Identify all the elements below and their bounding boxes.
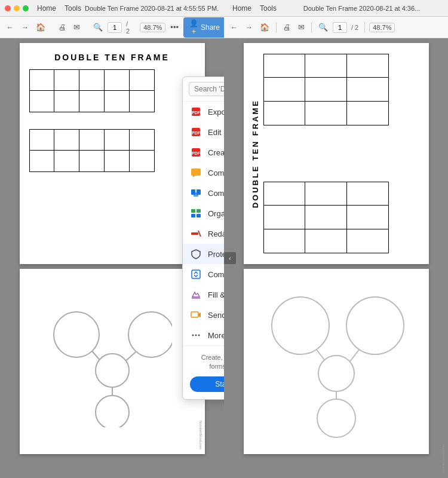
svg-line-23	[198, 231, 201, 237]
share-btn-left[interactable]: 👤+ Share	[183, 17, 226, 38]
create-pdf-item[interactable]: PDF Create PDF ›	[183, 142, 224, 163]
svg-rect-21	[197, 214, 201, 217]
protect-item[interactable]: Protect	[183, 244, 224, 264]
cell	[130, 129, 155, 151]
left-title-bar: Home Tools Double Ten Frame 2020-08-21 a…	[0, 0, 224, 17]
search-box[interactable]	[183, 77, 224, 102]
left-panel: DOUBLE TEN FRAME	[0, 38, 224, 478]
forward-btn-right[interactable]: →	[243, 22, 255, 33]
print-btn-right[interactable]: 🖨	[281, 22, 293, 33]
cell	[305, 182, 347, 206]
comment-item[interactable]: Comment	[183, 163, 224, 183]
home-menu-left[interactable]: Home	[33, 3, 60, 14]
watermark-left: NumberBond.com	[199, 421, 202, 449]
compress-icon	[190, 268, 202, 280]
cell	[347, 102, 389, 125]
svg-point-35	[318, 356, 354, 391]
svg-rect-20	[191, 214, 195, 217]
tools-menu-left[interactable]: Tools	[61, 3, 85, 14]
home-btn-right[interactable]: 🏠	[257, 22, 272, 33]
home-menu-right[interactable]: Home	[229, 3, 255, 14]
right-frame2-row1	[263, 182, 421, 206]
edit-pdf-label: Edit PDF	[208, 128, 224, 137]
left-page-top: DOUBLE TEN FRAME	[20, 43, 205, 264]
zoom-level-right[interactable]: 48.7%	[369, 23, 395, 32]
svg-marker-14	[193, 176, 195, 177]
cell	[29, 91, 54, 112]
cell	[54, 151, 79, 172]
close-dot[interactable]	[5, 5, 11, 11]
sep4	[276, 22, 277, 33]
cell	[305, 206, 347, 229]
fill-sign-item[interactable]: Fill & Sign	[183, 284, 224, 305]
svg-point-5	[96, 354, 129, 387]
right-frame1-row2	[263, 78, 421, 102]
edit-pdf-item[interactable]: PDF Edit PDF	[183, 122, 224, 142]
cell	[79, 91, 105, 112]
page-nav-right[interactable]: ‹	[224, 252, 236, 264]
cell	[79, 69, 105, 91]
home-btn-left[interactable]: 🏠	[33, 22, 48, 33]
cell	[263, 229, 305, 253]
page-input-left[interactable]	[108, 22, 122, 33]
page-total-right: / 2	[351, 24, 358, 31]
right-frame1	[263, 54, 421, 125]
forward-btn-left[interactable]: →	[19, 22, 31, 33]
cell	[263, 206, 305, 229]
cell	[347, 206, 389, 229]
maximize-dot[interactable]	[23, 5, 29, 11]
svg-rect-17	[194, 192, 198, 197]
right-frame2-row2	[263, 206, 421, 229]
right-panel: DOUBLE TEN FRAME	[224, 38, 448, 478]
svg-point-6	[96, 396, 129, 427]
cell	[54, 129, 79, 151]
svg-point-3	[54, 312, 99, 357]
dropdown-menu[interactable]: PDF Export PDF › PDF Edit PDF PDF Create…	[182, 76, 224, 400]
right-page-top: DOUBLE TEN FRAME	[244, 43, 429, 264]
svg-text:PDF: PDF	[192, 151, 201, 155]
zoom-out-btn-right[interactable]: 🔍	[316, 22, 330, 33]
menu-search-input[interactable]	[189, 82, 224, 96]
export-pdf-item[interactable]: PDF Export PDF ›	[183, 102, 224, 122]
redact-item[interactable]: Redact	[183, 223, 224, 244]
more-btn-left[interactable]: •••	[168, 22, 181, 33]
print-btn-left[interactable]: 🖨	[56, 22, 69, 33]
email-btn-right[interactable]: ✉	[296, 22, 307, 33]
frame2-grid	[29, 129, 195, 172]
cell	[105, 129, 130, 151]
back-btn-left[interactable]: ←	[4, 22, 16, 33]
svg-point-33	[272, 297, 329, 354]
combine-files-item[interactable]: Combine Files	[183, 183, 224, 203]
email-btn-left[interactable]: ✉	[71, 22, 82, 33]
share-icon: 👤+	[189, 19, 198, 36]
minimize-dot[interactable]	[14, 5, 20, 11]
create-icon: PDF	[190, 146, 202, 158]
frame2	[29, 129, 195, 172]
more-tools-item[interactable]: More Tools	[183, 325, 224, 345]
tools-menu-right[interactable]: Tools	[256, 3, 280, 14]
compress-pdf-item[interactable]: Compress PDF	[183, 264, 224, 284]
redact-icon	[190, 228, 202, 240]
trial-button[interactable]: Start Free Trial	[190, 376, 224, 392]
sep6	[364, 22, 365, 33]
combine-icon	[190, 187, 202, 199]
cell	[29, 129, 54, 151]
send-comments-item[interactable]: Send for Comments	[183, 305, 224, 325]
zoom-level-left[interactable]: 48.7%	[140, 23, 165, 32]
right-page-bottom	[244, 269, 429, 454]
frame1-grid	[29, 69, 195, 112]
zoom-out-btn-left[interactable]: 🔍	[91, 22, 105, 33]
page1-title: DOUBLE TEN FRAME	[29, 53, 195, 62]
combine-label: Combine Files	[208, 189, 224, 198]
right-toolbar: ← → 🏠 🖨 ✉ 🔍 / 2 48.7%	[224, 17, 448, 38]
compress-label: Compress PDF	[208, 270, 224, 279]
back-btn-right[interactable]: ←	[228, 22, 240, 33]
svg-point-27	[192, 335, 194, 336]
organize-pages-item[interactable]: Organize Pages	[183, 203, 224, 223]
page-input-right[interactable]	[333, 22, 347, 33]
cell	[79, 129, 105, 151]
svg-rect-18	[191, 209, 195, 213]
cell	[347, 182, 389, 206]
cell	[105, 151, 130, 172]
cell	[347, 229, 389, 253]
